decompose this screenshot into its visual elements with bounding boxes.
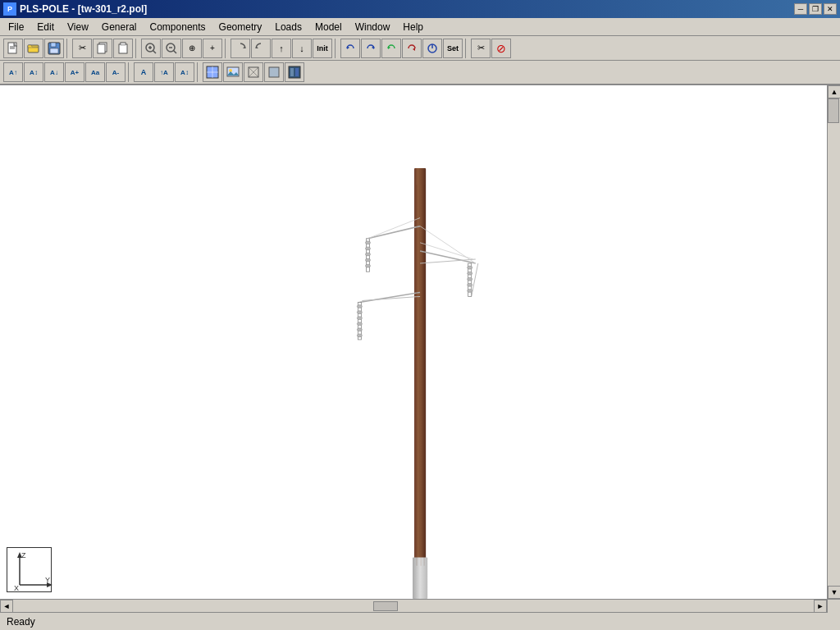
- label-b-button[interactable]: A↕: [175, 62, 194, 82]
- svg-text:Y: Y: [45, 576, 50, 584]
- zoom-extent-button[interactable]: ⊕: [182, 39, 202, 58]
- pan-up-button[interactable]: ↑: [272, 39, 291, 58]
- svg-point-64: [357, 334, 362, 337]
- close-button[interactable]: ✕: [824, 3, 837, 15]
- svg-rect-11: [121, 43, 126, 45]
- toolbar-2: A↑ A↕ A↓ A+ Aa A- A ↑A A↕: [0, 61, 840, 85]
- new-button[interactable]: [3, 39, 23, 58]
- text-norm-button[interactable]: Aa: [85, 62, 105, 82]
- menu-window[interactable]: Window: [349, 18, 397, 35]
- svg-line-17: [174, 50, 177, 53]
- scroll-track-h[interactable]: [13, 600, 814, 612]
- save-button[interactable]: [44, 39, 64, 58]
- svg-point-44: [468, 272, 472, 275]
- coord-axes: Z Y X: [7, 547, 52, 592]
- svg-point-47: [468, 289, 472, 292]
- text-mid-button[interactable]: A↕: [24, 62, 43, 82]
- zoom-out-button[interactable]: [162, 39, 181, 58]
- scroll-down-button[interactable]: ▼: [828, 586, 840, 599]
- menu-edit[interactable]: Edit: [30, 18, 61, 35]
- menu-components[interactable]: Components: [144, 18, 212, 35]
- paste-button[interactable]: [113, 39, 133, 58]
- svg-point-60: [357, 311, 362, 314]
- canvas-area[interactable]: Z Y X: [0, 85, 827, 599]
- label-ab-button[interactable]: ↑A: [154, 62, 174, 82]
- cut-button[interactable]: ✂: [72, 39, 92, 58]
- svg-text:X: X: [14, 584, 19, 592]
- svg-point-53: [365, 258, 370, 262]
- svg-rect-35: [269, 67, 279, 77]
- svg-point-63: [357, 328, 362, 331]
- text-dec-button[interactable]: A-: [106, 62, 126, 82]
- menu-bar: File Edit View General Components Geomet…: [0, 18, 840, 36]
- scroll-thumb-v[interactable]: [828, 98, 839, 123]
- menu-view[interactable]: View: [61, 18, 95, 35]
- pan-down-button[interactable]: ↓: [292, 39, 312, 58]
- svg-point-54: [365, 264, 370, 267]
- menu-file[interactable]: File: [2, 18, 30, 35]
- status-bar: Ready: [0, 612, 840, 630]
- menu-help[interactable]: Help: [396, 18, 430, 35]
- scroll-right-button[interactable]: ►: [814, 600, 827, 613]
- stop-button[interactable]: ⊘: [491, 39, 511, 58]
- scroll-thumb-h[interactable]: [373, 601, 398, 611]
- sep2: [135, 39, 139, 58]
- menu-loads[interactable]: Loads: [268, 18, 308, 35]
- toolbar-1: ✂ ⊕ + ↑ ↓ Init Set ✂ ⊘: [0, 36, 840, 61]
- svg-rect-8: [98, 44, 105, 53]
- scroll-left-button[interactable]: ◄: [0, 600, 13, 613]
- rotate-cw-button[interactable]: [231, 39, 250, 58]
- redo-button[interactable]: [361, 39, 381, 58]
- set-button[interactable]: Set: [443, 39, 463, 58]
- scissors-button[interactable]: ✂: [471, 39, 491, 58]
- menu-general[interactable]: General: [95, 18, 144, 35]
- sep3: [225, 39, 228, 58]
- svg-line-56: [472, 263, 478, 296]
- minimize-button[interactable]: ─: [794, 3, 807, 15]
- sep1: [66, 39, 70, 58]
- scrollbar-horizontal[interactable]: ◄ ►: [0, 600, 827, 612]
- svg-point-62: [357, 322, 362, 326]
- menu-geometry[interactable]: Geometry: [212, 18, 269, 35]
- copy-button[interactable]: [93, 39, 112, 58]
- text-up-button[interactable]: A↑: [3, 62, 23, 82]
- svg-point-61: [357, 317, 362, 320]
- scroll-up-button[interactable]: ▲: [828, 85, 840, 98]
- svg-point-59: [357, 305, 362, 308]
- rotate2-button[interactable]: [422, 39, 442, 58]
- wireframe-button[interactable]: [244, 62, 263, 82]
- solid-button[interactable]: [264, 62, 284, 82]
- svg-line-13: [153, 50, 157, 53]
- zoom-window-button[interactable]: +: [203, 39, 222, 58]
- scrollbar-vertical[interactable]: ▲ ▼: [827, 85, 840, 599]
- move-up-button[interactable]: [381, 39, 401, 58]
- svg-point-51: [365, 247, 370, 250]
- svg-rect-40: [413, 558, 427, 599]
- open-button[interactable]: [24, 39, 43, 58]
- image-button[interactable]: [223, 62, 243, 82]
- render-button[interactable]: [285, 62, 304, 82]
- move-down-button[interactable]: [402, 39, 422, 58]
- map-button[interactable]: [203, 62, 222, 82]
- rotate-ccw-button[interactable]: [251, 39, 271, 58]
- scroll-track-v[interactable]: [828, 98, 840, 586]
- svg-rect-5: [51, 43, 56, 47]
- svg-rect-37: [290, 68, 294, 76]
- bottom-scroll-area: ◄ ►: [0, 599, 840, 612]
- sep5: [465, 39, 468, 58]
- svg-marker-24: [413, 48, 415, 51]
- svg-text:Z: Z: [21, 551, 26, 559]
- svg-point-46: [468, 283, 472, 286]
- svg-rect-6: [50, 48, 58, 53]
- menu-model[interactable]: Model: [308, 18, 349, 35]
- init-button[interactable]: Init: [313, 39, 332, 58]
- zoom-in-button[interactable]: [141, 39, 161, 58]
- restore-button[interactable]: ❐: [809, 3, 822, 15]
- undo-button[interactable]: [340, 39, 360, 58]
- text-down-button[interactable]: A↓: [44, 62, 64, 82]
- status-text: Ready: [7, 616, 35, 628]
- svg-rect-10: [119, 44, 127, 53]
- label-a-button[interactable]: A: [134, 62, 153, 82]
- svg-point-52: [365, 253, 370, 256]
- text-inc-button[interactable]: A+: [65, 62, 84, 82]
